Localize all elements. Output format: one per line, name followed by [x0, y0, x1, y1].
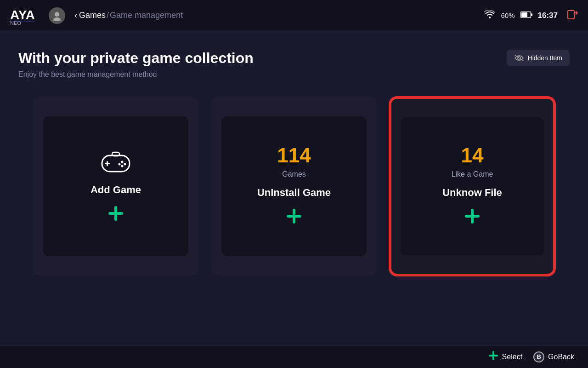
- status-bar: 60% 16:37: [484, 9, 579, 23]
- svg-line-10: [515, 55, 523, 61]
- hidden-item-icon: [514, 54, 524, 62]
- page-title-block: With your private game collection Enjoy …: [18, 50, 254, 79]
- b-button-icon: B: [533, 351, 544, 362]
- unknow-file-card-inner: 14 Like a Game Unknow File: [401, 117, 544, 255]
- main-content: With your private game collection Enjoy …: [0, 31, 588, 345]
- svg-point-3: [55, 12, 59, 17]
- unknow-file-plus-icon: [463, 207, 481, 227]
- unknow-file-card[interactable]: 14 Like a Game Unknow File: [390, 97, 555, 276]
- svg-point-4: [53, 17, 61, 21]
- svg-rect-26: [489, 355, 498, 356]
- breadcrumb-separator: /: [107, 11, 109, 20]
- page-subtitle: Enjoy the best game management method: [18, 70, 254, 79]
- goback-label: GoBack: [548, 353, 574, 361]
- uninstall-game-card-inner: 114 Games UnInstall Game: [221, 116, 367, 256]
- svg-rect-13: [105, 163, 110, 164]
- svg-rect-24: [465, 215, 480, 218]
- exit-icon[interactable]: [567, 9, 579, 23]
- b-letter: B: [537, 353, 541, 360]
- svg-point-16: [121, 165, 124, 167]
- svg-rect-20: [108, 212, 123, 215]
- add-game-card[interactable]: Add Game: [33, 97, 198, 276]
- uninstall-game-card[interactable]: 114 Games UnInstall Game: [211, 97, 377, 276]
- svg-rect-7: [531, 13, 532, 16]
- select-plus-icon: [488, 351, 498, 363]
- select-label: Select: [502, 353, 522, 361]
- add-game-plus-icon: [107, 204, 125, 224]
- svg-rect-6: [521, 12, 527, 17]
- unknow-file-sublabel: Like a Game: [452, 170, 493, 178]
- svg-rect-8: [568, 11, 574, 19]
- gamepad-icon: [100, 149, 132, 176]
- svg-point-15: [124, 163, 126, 165]
- current-page-label: Game management: [110, 11, 183, 20]
- add-game-card-inner: Add Game: [43, 116, 188, 256]
- page-header: With your private game collection Enjoy …: [18, 50, 570, 79]
- svg-point-17: [119, 163, 121, 165]
- svg-point-14: [121, 161, 124, 163]
- wifi-icon: [484, 10, 495, 21]
- logo: AYA NEO: [9, 5, 42, 27]
- hidden-item-button[interactable]: Hidden Item: [507, 50, 570, 66]
- uninstall-game-number: 114: [277, 145, 311, 166]
- cards-row: Add Game 114 Games UnInstall Game: [18, 97, 570, 276]
- bottom-bar: Select B GoBack: [0, 345, 588, 368]
- page-title: With your private game collection: [18, 50, 254, 67]
- clock: 16:37: [538, 11, 558, 20]
- breadcrumb: ‹ Games / Game management: [74, 11, 484, 20]
- avatar[interactable]: [49, 7, 65, 24]
- topbar: AYA NEO ‹ Games / Game management 60%: [0, 0, 588, 31]
- svg-rect-22: [287, 215, 301, 218]
- uninstall-game-title: UnInstall Game: [257, 187, 331, 199]
- back-arrow-icon: ‹: [74, 11, 77, 20]
- uninstall-game-plus-icon: [285, 207, 303, 227]
- unknow-file-number: 14: [461, 145, 484, 166]
- unknow-file-title: Unknow File: [442, 187, 502, 199]
- hidden-item-label: Hidden Item: [528, 54, 562, 62]
- goback-button[interactable]: B GoBack: [533, 351, 574, 362]
- battery-icon: [520, 12, 532, 20]
- add-game-title: Add Game: [90, 184, 141, 196]
- select-button[interactable]: Select: [488, 351, 522, 363]
- uninstall-game-sublabel: Games: [282, 170, 306, 178]
- games-link[interactable]: Games: [79, 11, 106, 20]
- battery-percent: 60%: [501, 12, 514, 19]
- svg-rect-18: [112, 152, 119, 156]
